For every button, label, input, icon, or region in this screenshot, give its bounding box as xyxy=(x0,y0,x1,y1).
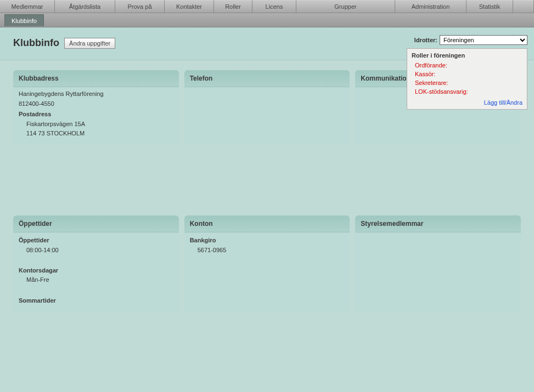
nav-atgardslista[interactable]: Åtgärdslista xyxy=(55,0,115,13)
club-orgnr: 812400-4550 xyxy=(19,99,173,109)
card-title: Öppettider xyxy=(13,215,179,232)
role-ordforande: Ordförande: xyxy=(412,61,522,70)
card-body: Bankgiro 5671-0965 xyxy=(184,232,350,260)
card-konton: Konton Bankgiro 5671-0965 xyxy=(184,215,350,311)
nav-spacer xyxy=(513,0,534,13)
roles-title: Roller i föreningen xyxy=(412,52,522,59)
card-oppettider: Öppettider Öppettider 08:00-14:00 Kontor… xyxy=(13,215,179,311)
nav-administration[interactable]: Administration xyxy=(395,0,466,13)
card-title: Konton xyxy=(184,215,350,232)
nav-grupper[interactable]: Grupper xyxy=(296,0,395,13)
hours-value: 08:00-14:00 xyxy=(19,246,173,255)
card-telefon: Telefon xyxy=(184,70,350,144)
edit-button[interactable]: Ändra uppgifter xyxy=(64,38,115,49)
nav-medlemmar[interactable]: Medlemmar xyxy=(0,0,55,13)
roles-link-wrap: Lägg till/Ändra xyxy=(412,99,522,106)
card-body xyxy=(184,87,350,95)
summer-label: Sommartider xyxy=(19,296,173,306)
subnav-klubbinfo[interactable]: Klubbinfo xyxy=(4,14,44,26)
bankgiro-label: Bankgiro xyxy=(190,236,345,246)
card-title: Klubbadress xyxy=(13,70,179,87)
roles-panel: Roller i föreningen Ordförande: Kassör: … xyxy=(407,48,527,110)
sub-nav: Klubbinfo xyxy=(0,13,534,27)
card-body: Öppettider 08:00-14:00 Kontorsdagar Mån-… xyxy=(13,232,179,311)
hours-label: Öppettider xyxy=(19,236,173,246)
idrotter-select[interactable]: Föreningen xyxy=(440,35,527,45)
card-klubbadress: Klubbadress Haningebygdens Ryttarförenin… xyxy=(13,70,179,144)
postadress-label: Postadress xyxy=(19,110,173,120)
bankgiro-value: 5671-0965 xyxy=(190,246,345,255)
card-title: Telefon xyxy=(184,70,350,87)
card-body xyxy=(355,232,521,240)
nav-licens[interactable]: Licens xyxy=(252,0,296,13)
role-kassor: Kassör: xyxy=(412,70,522,78)
days-label: Kontorsdagar xyxy=(19,266,173,276)
card-body: Haningebygdens Ryttarförening 812400-455… xyxy=(13,87,179,144)
club-name: Haningebygdens Ryttarförening xyxy=(19,89,173,99)
roles-list: Ordförande: Kassör: Sekreterare: LOK-stö… xyxy=(412,61,522,96)
role-sekreterare: Sekreterare: xyxy=(412,78,522,87)
role-lok: LOK-stödsansvarig: xyxy=(412,87,522,96)
card-styrelse: Styrelsemedlemmar xyxy=(355,215,521,311)
page-title: Klubbinfo xyxy=(13,37,59,49)
nav-statistik[interactable]: Statistik xyxy=(466,0,513,13)
post-city: 114 73 STOCKHOLM xyxy=(19,129,173,139)
nav-roller[interactable]: Roller xyxy=(214,0,252,13)
roles-edit-link[interactable]: Lägg till/Ändra xyxy=(484,99,522,106)
nav-prova-pa[interactable]: Prova på xyxy=(115,0,165,13)
idrotter-row: Idrotter: Föreningen xyxy=(414,35,527,45)
card-title: Styrelsemedlemmar xyxy=(355,215,521,232)
idrotter-label: Idrotter: xyxy=(414,37,437,43)
days-value: Mån-Fre xyxy=(19,275,173,285)
top-nav: Medlemmar Åtgärdslista Prova på Kontakte… xyxy=(0,0,534,13)
nav-kontakter[interactable]: Kontakter xyxy=(165,0,214,13)
card-row-2: Öppettider Öppettider 08:00-14:00 Kontor… xyxy=(13,215,521,311)
post-street: Fiskartorpsvägen 15A xyxy=(19,120,173,129)
